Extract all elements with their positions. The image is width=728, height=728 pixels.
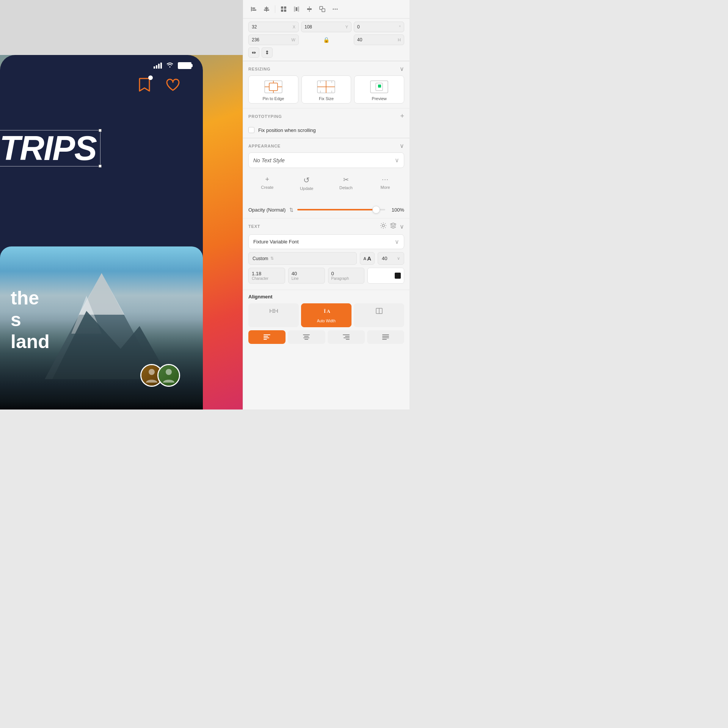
pin-to-edge-icon [264,80,283,94]
detach-style-action[interactable]: ✂ Detach [327,173,365,194]
resizing-chevron[interactable]: ∨ [400,65,404,72]
divider [275,5,275,13]
character-spacing-input[interactable]: 1.18 Character [248,268,285,284]
auto-width-icon: Ī A [321,308,332,317]
font-weight-value: Custom [253,256,268,261]
create-icon: + [265,176,270,184]
font-weight-dropdown[interactable]: Custom ⇅ [248,252,357,265]
grid-icon[interactable] [278,4,289,14]
svg-rect-60 [304,339,308,340]
wifi-icon [166,62,174,69]
align-left-icon[interactable] [248,4,259,14]
svg-text:Ī A: Ī A [324,308,331,314]
alignment-title: Alignment [248,294,404,300]
text-header-icons: ∨ [380,222,404,231]
svg-rect-15 [284,9,286,12]
pin-to-edge-option[interactable]: Pin to Edge [248,75,298,104]
appearance-chevron[interactable]: ∨ [400,142,404,149]
appearance-title: APPEARANCE [248,144,281,148]
text-settings-icon[interactable] [380,222,387,231]
spacing-icon[interactable] [304,4,315,14]
h-input[interactable]: 40 H [354,35,404,45]
text-section: TEXT ∨ Fixture Variable Font ∨ [243,218,410,290]
aa-small: A [363,256,366,261]
toolbar [243,0,410,19]
auto-width-option[interactable]: Ī A Auto Width [301,303,351,327]
font-size-input[interactable]: 40 ∨ [378,252,404,265]
flip-v-icon[interactable]: ⇕ [262,47,273,58]
align-center-text-option[interactable] [288,330,325,344]
heart-icon [166,78,180,93]
preview-option[interactable]: Preview [354,75,404,104]
svg-rect-17 [296,7,297,11]
fixed-height-option[interactable] [354,303,404,327]
svg-rect-9 [266,6,267,12]
prototyping-add-icon[interactable]: + [400,112,404,120]
svg-point-25 [333,9,334,10]
fix-size-option[interactable]: Fix Size [301,75,351,104]
update-icon: ↺ [303,176,310,185]
svg-rect-65 [382,334,389,335]
mountain-photo: the s land [0,246,203,410]
canvas-area: TRIPS the s land [0,0,243,410]
resizing-options: Pin to Edge Fix Size [243,75,410,108]
text-section-header: TEXT ∨ [248,222,404,231]
rotation-input[interactable]: 0 ° [354,22,404,32]
w-input[interactable]: 236 W [248,35,299,45]
lock-aspect-icon[interactable]: 🔒 [323,37,329,43]
svg-rect-10 [265,8,268,9]
opacity-thumb [372,206,380,213]
aa-large: A [367,255,371,262]
trips-text: TRIPS [0,130,100,166]
preview-label: Preview [372,96,387,101]
fixed-width-option[interactable] [248,303,299,327]
svg-rect-13 [284,6,286,9]
line-spacing-label: Line [292,276,322,281]
align-justify-text-option[interactable] [367,330,404,344]
more-label: More [381,185,390,190]
character-spacing-label: Character [252,276,282,281]
update-style-action[interactable]: ↺ Update [288,173,326,194]
svg-point-4 [149,369,155,375]
update-label: Update [300,186,313,191]
align-center-icon[interactable] [261,4,272,14]
x-input[interactable]: 32 X [248,22,299,32]
arrange-icon[interactable] [317,4,328,14]
svg-point-26 [337,9,338,10]
line-spacing-input[interactable]: 40 Line [288,268,325,284]
bottom-text: the s land [11,287,50,353]
svg-rect-66 [382,336,389,337]
more-icon[interactable] [330,4,340,14]
more-dots-icon: ··· [382,176,389,184]
text-color-swatch[interactable] [367,268,404,284]
font-dropdown[interactable]: Fixture Variable Font ∨ [248,234,404,249]
svg-rect-42 [378,85,381,88]
svg-rect-64 [346,339,350,340]
paragraph-spacing-input[interactable]: 0 Paragraph [328,268,365,284]
svg-rect-19 [307,8,312,10]
text-style-value: No Text Style [253,157,285,163]
distribute-icon[interactable] [291,4,302,14]
more-style-action[interactable]: ··· More [366,173,404,194]
avatar-2 [157,364,180,387]
fix-position-checkbox[interactable] [248,127,254,133]
font-size-toggle-icon[interactable]: A A [360,252,375,265]
text-expand-icon[interactable]: ∨ [400,223,404,230]
create-label: Create [261,185,273,190]
opacity-toggle-icon[interactable]: ⇅ [289,207,293,213]
create-style-action[interactable]: + Create [248,173,286,194]
preview-icon [370,80,389,94]
svg-point-24 [335,9,336,10]
resizing-title: RESIZING [248,67,270,71]
svg-rect-54 [264,336,268,337]
opacity-slider[interactable] [297,206,385,213]
align-right-text-option[interactable] [328,330,365,344]
y-input[interactable]: 108 Y [301,22,351,32]
text-style-dropdown[interactable]: No Text Style ∨ [248,152,404,168]
flip-h-icon[interactable]: ⇔ [248,47,259,58]
svg-point-43 [382,224,384,227]
bookmark-icon [138,78,151,94]
align-left-text-option[interactable] [248,330,286,344]
text-layers-icon[interactable] [390,222,397,231]
width-options-row: Ī A Auto Width [248,303,404,327]
